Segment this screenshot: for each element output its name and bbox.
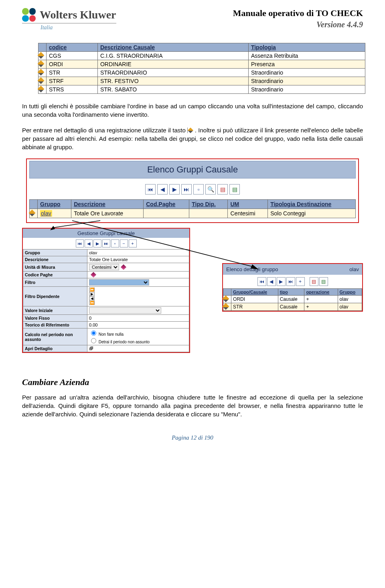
- next-icon[interactable]: ▶: [169, 184, 180, 195]
- gestione-form: Gestione Gruppi causale ⏮ ◀ ▶ ⏭ ▫ − + Gr…: [22, 228, 190, 353]
- paragraph-3: Per passare ad un'altra azienda dell'arc…: [22, 393, 363, 418]
- table-row: STRF STR. FESTIVO Straordinario: [38, 77, 365, 85]
- val-tr[interactable]: 0.00: [87, 322, 189, 328]
- dettagli-title: Elenco dettagli gruppo olav: [223, 264, 362, 275]
- col-tipdest[interactable]: Tipologia Destinazione: [268, 200, 356, 209]
- section-heading: Cambiare Azienda: [22, 377, 363, 387]
- lbl-um: Unità di Misura: [23, 263, 87, 272]
- col-tipo[interactable]: tipo: [278, 289, 304, 296]
- lower-panels: Gestione Gruppi causale ⏮ ◀ ▶ ⏭ ▫ − + Gr…: [22, 228, 363, 353]
- required-icon: [121, 264, 126, 270]
- page-footer: Pagina 12 di 190: [22, 434, 363, 441]
- pdf-icon[interactable]: ▤: [217, 184, 228, 195]
- prev-icon[interactable]: ◀: [157, 184, 168, 195]
- table-row: STRS STR. SABATO Straordinario: [38, 85, 365, 94]
- val-filtro[interactable]: [87, 278, 189, 287]
- val-vf[interactable]: 0: [87, 315, 189, 322]
- form-title: Gestione Gruppi causale: [23, 229, 189, 238]
- col-um[interactable]: UM: [228, 200, 268, 209]
- lbl-descr: Descrizione: [23, 256, 87, 263]
- required-icon: [91, 272, 96, 278]
- new-icon[interactable]: ▫: [193, 184, 204, 195]
- col-tipologia[interactable]: Tipologia: [248, 43, 365, 52]
- table-row: ORDI ORDINARIE Presenza: [38, 60, 365, 69]
- pdf-icon[interactable]: ▤: [310, 277, 318, 286]
- edit-icon[interactable]: [38, 69, 45, 76]
- val-descr[interactable]: Totale Ore Lavorate: [87, 256, 189, 263]
- edit-icon[interactable]: [38, 52, 45, 59]
- col-gruppo[interactable]: Gruppo: [338, 289, 362, 296]
- val-cp[interactable]: [87, 272, 189, 278]
- form-fields: Gruppo olav Descrizione Totale Ore Lavor…: [23, 249, 189, 352]
- form-toolbar: ⏮ ◀ ▶ ⏭ ▫ − +: [23, 238, 189, 249]
- prev-icon[interactable]: ◀: [85, 239, 93, 247]
- doc-title-block: Manuale operativo di TO CHECK Versione 4…: [233, 8, 363, 29]
- table-row: STR STRAORDINARIO Straordinario: [38, 69, 365, 77]
- lbl-gruppo: Gruppo: [23, 249, 87, 256]
- table-row: STR Causale + olav: [223, 303, 362, 311]
- val-um[interactable]: Centesimi: [87, 263, 189, 272]
- col-op[interactable]: operazione: [304, 289, 338, 296]
- lbl-filtro: Filtro: [23, 278, 87, 287]
- val-apri[interactable]: 🗊: [87, 345, 189, 352]
- paragraph-2: Per entrare nel dettaglio di una registr…: [22, 126, 363, 151]
- last-icon[interactable]: ⏭: [286, 277, 295, 286]
- minus-icon[interactable]: −: [120, 239, 128, 247]
- search-icon[interactable]: 🔍: [205, 184, 216, 195]
- page-header: Wolters Kluwer Italia Manuale operativo …: [22, 8, 363, 31]
- table-row: ORDI Causale + olav: [223, 296, 362, 303]
- col-codice[interactable]: codice: [47, 43, 98, 52]
- table-row: CGS C.I.G. STRAORDINARIA Assenza Retribu…: [38, 52, 365, 60]
- val-filtrodip[interactable]: ⏩ ▶ ◀ ⏪: [87, 287, 189, 306]
- excel-icon[interactable]: ▤: [229, 184, 240, 195]
- table-row: olav Totale Ore Lavorate Centesimi Solo …: [30, 209, 356, 218]
- last-icon[interactable]: ⏭: [102, 239, 110, 247]
- lbl-calc: Calcolo nel periodo non assunto: [23, 328, 87, 345]
- plus-icon[interactable]: +: [296, 277, 305, 286]
- gruppi-panel: Elenco Gruppi Causale ⏮ ◀ ▶ ⏭ ▫ 🔍 ▤ ▤ Gr…: [26, 158, 359, 223]
- col-codpaghe[interactable]: Cod.Paghe: [144, 200, 189, 209]
- edit-icon[interactable]: [38, 61, 45, 67]
- col-tipodip[interactable]: Tipo Dip.: [189, 200, 228, 209]
- lbl-apri: Apri Dettaglio: [23, 345, 87, 352]
- lbl-vf: Valore Fisso: [23, 315, 87, 322]
- col-gruppo[interactable]: Gruppo: [38, 200, 71, 209]
- brand-sub: Italia: [22, 23, 116, 31]
- first-icon[interactable]: ⏮: [257, 277, 266, 286]
- next-icon[interactable]: ▶: [277, 277, 286, 286]
- brand-name: Wolters Kluwer: [40, 8, 116, 21]
- move-right-icon[interactable]: ▶: [89, 292, 95, 296]
- val-calc[interactable]: Non fare nulla Detrai il periodo non ass…: [87, 328, 189, 345]
- gruppi-table: Gruppo Descrizione Cod.Paghe Tipo Dip. U…: [29, 199, 356, 218]
- pencil-icon: [187, 128, 193, 133]
- last-icon[interactable]: ⏭: [181, 184, 192, 195]
- excel-icon[interactable]: ▤: [319, 277, 328, 286]
- move-left-all-icon[interactable]: ⏪: [89, 301, 95, 305]
- move-left-icon[interactable]: ◀: [89, 296, 95, 300]
- first-icon[interactable]: ⏮: [145, 184, 156, 195]
- val-gruppo[interactable]: olav: [87, 249, 189, 256]
- lbl-cp: Codice Paghe: [23, 272, 87, 278]
- logo-icon: [22, 8, 36, 22]
- col-gc[interactable]: Gruppo/Causale: [231, 289, 278, 296]
- move-right-all-icon[interactable]: ⏩: [89, 288, 95, 292]
- doc-title: Manuale operativo di TO CHECK: [233, 8, 363, 18]
- prev-icon[interactable]: ◀: [267, 277, 276, 286]
- doc-version: Versione 4.4.9: [233, 20, 363, 29]
- panel-toolbar: ⏮ ◀ ▶ ⏭ ▫ 🔍 ▤ ▤: [29, 184, 356, 195]
- edit-icon[interactable]: [223, 295, 229, 302]
- col-descr[interactable]: Descrizione: [71, 200, 144, 209]
- plus-icon[interactable]: +: [129, 239, 137, 247]
- edit-icon[interactable]: [29, 210, 36, 217]
- save-icon[interactable]: ▫: [111, 239, 119, 247]
- edit-icon[interactable]: [38, 86, 45, 93]
- edit-icon[interactable]: [38, 77, 45, 84]
- gruppo-link[interactable]: olav: [40, 210, 52, 217]
- col-descrizione[interactable]: Descrizione Causale: [97, 43, 248, 52]
- first-icon[interactable]: ⏮: [76, 239, 84, 247]
- edit-icon[interactable]: [223, 303, 229, 310]
- lbl-vi: Valore Iniziale: [23, 306, 87, 315]
- causali-table: codice Descrizione Causale Tipologia CGS…: [38, 43, 365, 94]
- next-icon[interactable]: ▶: [93, 239, 101, 247]
- val-vi[interactable]: [87, 306, 189, 315]
